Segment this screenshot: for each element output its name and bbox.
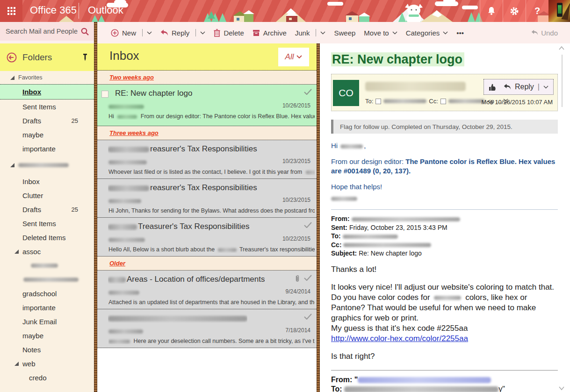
email-list-item[interactable]: reasurer's Tax Responsibilities 10/23/20… [97, 140, 317, 179]
categories-button[interactable]: Categories [402, 26, 453, 40]
app-launcher-icon[interactable] [0, 0, 22, 22]
body-paragraph: From our design editor: The Pantone colo… [331, 157, 558, 176]
chevron-down-icon[interactable] [200, 31, 205, 35]
sidebar-item-inbox-2[interactable]: Inbox [0, 174, 94, 188]
redacted-word [434, 296, 461, 300]
mark-complete-check-icon[interactable] [304, 89, 312, 95]
sidebar-item-maybe-2[interactable]: maybe [0, 328, 94, 342]
sidebar-item-maybe[interactable]: maybe [0, 128, 94, 142]
sidebar-item-deleted-items[interactable]: Deleted Items [0, 230, 94, 244]
user-avatar[interactable] [548, 0, 570, 22]
sidebar-item-junk-email[interactable]: Junk Email [0, 314, 94, 328]
sidebar-item-drafts-2[interactable]: Drafts 25 [0, 202, 94, 216]
email-date: 10/23/2015 [282, 158, 310, 164]
mark-complete-check-icon[interactable] [304, 314, 312, 320]
email-preview: Hello All, Below is a short blurb about … [108, 246, 315, 253]
command-row: Search Mail and People New [0, 22, 570, 43]
redacted-sender [108, 160, 147, 164]
sidebar-item-gradschool[interactable]: gradschool [0, 286, 94, 300]
email-list-item[interactable]: 7/18/2014 Here are your deselection call… [97, 309, 317, 348]
settings-gear-icon[interactable] [503, 0, 526, 22]
archive-box-icon [253, 29, 260, 36]
recipient-checkbox[interactable] [375, 99, 381, 104]
reply-button-reading[interactable]: Reply | [504, 83, 548, 91]
flag-banner: Flag for follow up. Completed on Thursda… [331, 120, 558, 134]
email-checkbox[interactable] [101, 91, 108, 98]
chevron-down-icon[interactable] [147, 31, 152, 35]
chevron-down-icon [392, 31, 397, 35]
redacted-sender [108, 329, 143, 334]
sidebar-item-web[interactable]: web [0, 356, 94, 371]
twisty-icon[interactable] [10, 163, 14, 167]
reply-button[interactable]: Reply [156, 26, 209, 40]
twisty-icon[interactable] [14, 249, 19, 254]
undo-button[interactable]: Undo [531, 29, 570, 37]
sidebar-item-assoc[interactable]: assoc [0, 244, 94, 258]
more-commands-button[interactable]: ••• [452, 26, 468, 40]
email-date: 10/22/2015 [282, 235, 310, 242]
mark-complete-check-icon[interactable] [304, 275, 312, 281]
new-button[interactable]: New [107, 26, 156, 40]
email-list-item[interactable]: Areas - Location of offices/departments … [97, 271, 317, 309]
sidebar-item-redacted[interactable] [0, 258, 94, 272]
redacted-sender [108, 199, 141, 203]
delete-button[interactable]: Delete [209, 26, 248, 40]
redacted-account-name [18, 163, 69, 167]
pane-splitter-right[interactable] [317, 43, 320, 392]
search-input[interactable]: Search Mail and People [0, 22, 94, 41]
sidebar-item-redacted[interactable] [0, 272, 94, 286]
email-list-item[interactable]: RE: New chapter logo 10/26/2015 Hi From … [97, 85, 317, 126]
brand-office365[interactable]: Office 365 [30, 4, 77, 16]
email-preview: Hi John, Thanks for sending for the Byla… [108, 207, 315, 214]
twisty-icon[interactable] [14, 362, 19, 366]
sidebar-item-sent-items-2[interactable]: Sent Items [0, 216, 94, 230]
chevron-down-icon [296, 55, 302, 59]
redacted-name [340, 144, 363, 149]
sidebar-item-drafts[interactable]: Drafts 25 [0, 114, 94, 128]
email-date: 9/24/2014 [286, 288, 310, 295]
twisty-icon[interactable] [10, 76, 14, 80]
pin-icon[interactable] [83, 54, 87, 61]
mark-complete-check-icon[interactable] [304, 222, 312, 228]
notifications-bell-icon[interactable] [480, 0, 503, 22]
chevron-down-icon[interactable] [320, 31, 325, 35]
recipient-checkbox[interactable] [440, 99, 446, 104]
sender-avatar[interactable]: CO [333, 80, 359, 106]
sidebar-item-notes[interactable]: Notes [0, 342, 94, 356]
email-list-item[interactable]: Treasurer's Tax Responsibilities 10/22/2… [97, 218, 317, 257]
back-arrow-icon[interactable] [7, 52, 17, 63]
chevron-down-icon[interactable] [543, 86, 548, 89]
sidebar-item-importante[interactable]: importante [0, 142, 94, 156]
like-thumbs-up-icon[interactable] [489, 83, 497, 91]
email-list-item[interactable]: reasurer's Tax Responsibilities 10/23/20… [97, 179, 317, 218]
greeting-line: Hi , [331, 141, 558, 150]
plus-circle-icon [111, 29, 119, 37]
redacted-sender [108, 105, 144, 109]
search-icon[interactable] [80, 27, 89, 36]
help-icon[interactable]: ? [526, 0, 548, 22]
quoted-headers-2: From: " To: y" Cc: "> [331, 375, 558, 392]
pane-splitter-left[interactable] [94, 22, 97, 392]
scrollbar-thumb[interactable] [562, 55, 563, 107]
color-hex-link[interactable]: http://www.color-hex.com/color/2255aa [331, 334, 468, 343]
sidebar-item-credo[interactable]: credo [0, 371, 94, 385]
email-preview: Whoever last filed or is listed as the c… [108, 169, 315, 175]
message-body: Hi , From our design editor: The Pantone… [331, 141, 558, 203]
sidebar-item-clutter[interactable]: Clutter [0, 188, 94, 202]
sidebar-item-importante-2[interactable]: importante [0, 300, 94, 314]
scroll-down-arrow[interactable] [559, 386, 564, 390]
scroll-up-arrow[interactable] [559, 46, 564, 50]
sweep-button[interactable]: Sweep [330, 26, 360, 40]
email-subject: reasurer's Tax Responsibilities [108, 183, 257, 192]
move-to-button[interactable]: Move to [360, 26, 401, 40]
junk-button[interactable]: Junk [291, 26, 330, 40]
sidebar-account-redacted[interactable] [0, 156, 94, 174]
archive-button[interactable]: Archive [248, 26, 291, 40]
sidebar-item-sent-items[interactable]: Sent Items [0, 100, 94, 114]
filter-dropdown[interactable]: All [278, 48, 309, 66]
message-actions: Reply | [483, 79, 554, 95]
sidebar-section-favorites[interactable]: Favorites [0, 71, 94, 84]
unread-count: 25 [72, 117, 78, 124]
sidebar-item-inbox[interactable]: Inbox [0, 84, 94, 100]
brand-outlook[interactable]: Outlook [88, 4, 123, 16]
